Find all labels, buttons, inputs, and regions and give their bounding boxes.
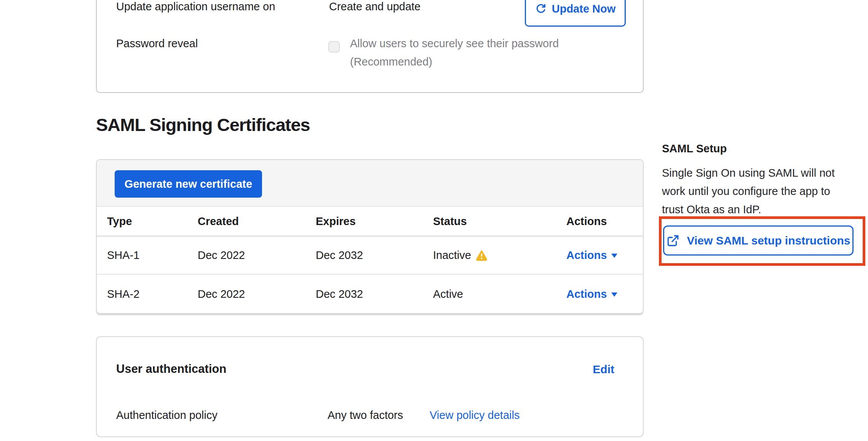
authentication-policy-value: Any two factors xyxy=(328,409,403,422)
sign-on-settings-panel: Update application username on Create an… xyxy=(96,0,644,93)
external-link-icon xyxy=(667,234,679,247)
update-now-button[interactable]: Update Now xyxy=(525,0,626,27)
table-row: SHA-2 Dec 2022 Dec 2032 Active Actions xyxy=(97,275,644,313)
chevron-down-icon xyxy=(611,254,617,258)
chevron-down-icon xyxy=(611,292,617,297)
cert-type: SHA-2 xyxy=(97,288,187,300)
column-header-expires: Expires xyxy=(305,215,423,228)
warning-icon xyxy=(476,250,488,261)
cert-expires: Dec 2032 xyxy=(305,249,423,262)
cert-expires: Dec 2032 xyxy=(305,288,423,300)
view-saml-setup-instructions-label: View SAML setup instructions xyxy=(687,234,850,247)
username-update-value: Create and update xyxy=(329,0,420,13)
cert-created: Dec 2022 xyxy=(187,249,305,262)
password-reveal-checkbox[interactable] xyxy=(328,41,340,53)
generate-certificate-button[interactable]: Generate new certificate xyxy=(115,170,262,198)
username-update-label: Update application username on xyxy=(116,0,275,13)
table-row: SHA-1 Dec 2022 Dec 2032 Inactive Actions xyxy=(97,236,644,275)
column-header-type: Type xyxy=(97,215,187,228)
column-header-created: Created xyxy=(187,215,305,228)
saml-setup-title: SAML Setup xyxy=(662,142,727,155)
cert-status: Active xyxy=(433,288,463,300)
actions-label: Actions xyxy=(566,288,607,300)
actions-dropdown[interactable]: Actions xyxy=(556,249,644,262)
column-header-actions: Actions xyxy=(556,215,644,228)
authentication-policy-label: Authentication policy xyxy=(116,409,217,422)
page-title: SAML Signing Certificates xyxy=(96,114,310,135)
page: Update application username on Create an… xyxy=(0,0,868,441)
generate-certificate-label: Generate new certificate xyxy=(125,178,252,190)
cert-created: Dec 2022 xyxy=(187,288,305,300)
user-authentication-title: User authentication xyxy=(116,362,226,376)
table-header-row: Type Created Expires Status Actions xyxy=(97,207,644,236)
column-header-status: Status xyxy=(423,215,556,228)
saml-setup-description: Single Sign On using SAML will not work … xyxy=(662,164,868,219)
actions-dropdown[interactable]: Actions xyxy=(556,288,644,300)
user-authentication-panel: User authentication Edit Authentication … xyxy=(96,336,644,437)
saml-certificates-panel: Generate new certificate Type Created Ex… xyxy=(96,159,644,314)
actions-label: Actions xyxy=(566,249,607,262)
view-saml-setup-instructions-button[interactable]: View SAML setup instructions xyxy=(663,225,854,256)
update-now-label: Update Now xyxy=(552,3,616,15)
refresh-icon xyxy=(535,3,547,14)
cert-status-cell: Active xyxy=(423,288,556,300)
password-reveal-checkbox-label: Allow users to securely see their passwo… xyxy=(350,37,559,50)
cert-status: Inactive xyxy=(433,249,471,262)
cert-status-cell: Inactive xyxy=(423,249,556,262)
view-policy-details-link[interactable]: View policy details xyxy=(430,409,520,422)
edit-link[interactable]: Edit xyxy=(593,363,614,376)
password-reveal-label: Password reveal xyxy=(116,37,198,50)
password-reveal-recommended-label: (Recommended) xyxy=(350,55,432,68)
cert-type: SHA-1 xyxy=(97,249,187,262)
